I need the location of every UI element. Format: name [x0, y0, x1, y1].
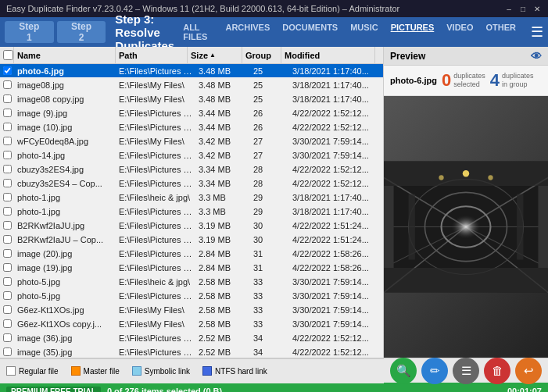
table-row[interactable]: photo-1.jpg E:\Files\heic & jpg\ 3.3 MB … — [0, 191, 383, 205]
undo-action-button[interactable]: ↩ — [515, 358, 542, 384]
row-checkbox[interactable] — [0, 151, 14, 159]
row-checkbox[interactable] — [0, 179, 14, 187]
table-row[interactable]: image08.jpg E:\Files\My Files\ 3.48 MB 2… — [0, 78, 383, 92]
list-action-button[interactable]: ☰ — [453, 358, 479, 384]
table-row[interactable]: image (36).jpg E:\Files\Pictures for tes… — [0, 331, 383, 345]
edit-action-button[interactable]: ✏ — [421, 358, 448, 384]
row-checkbox[interactable] — [0, 94, 14, 103]
tab-all-files[interactable]: ALL FILES — [177, 20, 218, 45]
table-row[interactable]: photo-5.jpg E:\Files\Pictures for test\ … — [0, 289, 383, 303]
row-size: 2.58 MB — [195, 291, 250, 301]
row-check-input[interactable] — [3, 165, 12, 173]
row-check-input[interactable] — [3, 263, 12, 272]
row-check-input[interactable] — [3, 137, 12, 145]
row-check-input[interactable] — [3, 221, 12, 230]
row-checkbox[interactable] — [0, 193, 14, 201]
table-row[interactable]: image (9).jpg E:\Files\Pictures for test… — [0, 106, 383, 120]
row-checkbox[interactable] — [0, 291, 14, 300]
table-row[interactable]: photo-14.jpg E:\Files\Pictures for test\… — [0, 148, 383, 162]
table-row[interactable]: cbuzy3s2ES4.jpg E:\Files\Pictures for te… — [0, 162, 383, 176]
table-row[interactable]: image (35).jpg E:\Files\Pictures for tes… — [0, 345, 383, 358]
search-action-button[interactable]: 🔍 — [390, 358, 417, 384]
file-table[interactable]: photo-6.jpg E:\Files\Pictures for test\ … — [0, 64, 383, 358]
row-check-input[interactable] — [3, 193, 12, 201]
table-row[interactable]: image08 copy.jpg E:\Files\My Files\ 3.48… — [0, 92, 383, 106]
row-modified: 3/30/2021 7:59:14... — [289, 291, 383, 301]
table-row[interactable]: photo-5.jpg E:\Files\heic & jpg\ 2.58 MB… — [0, 275, 383, 289]
tab-music[interactable]: MUSIC — [345, 20, 383, 45]
row-check-input[interactable] — [3, 249, 12, 258]
row-checkbox[interactable] — [0, 263, 14, 272]
table-row[interactable]: photo-6.jpg E:\Files\Pictures for test\ … — [0, 64, 383, 78]
step2-button[interactable]: Step 2 — [57, 21, 106, 43]
row-check-input[interactable] — [3, 235, 12, 244]
header-size[interactable]: Size ▲ — [188, 47, 242, 63]
header-checkbox[interactable] — [0, 47, 14, 63]
row-checkbox[interactable] — [0, 80, 14, 89]
row-check-input[interactable] — [3, 277, 12, 286]
select-all-checkbox[interactable] — [3, 50, 13, 60]
header-group[interactable]: Group — [242, 47, 281, 63]
table-row[interactable]: G6ez-Kt1XOs copy.j... E:\Files\My Files\… — [0, 317, 383, 331]
row-size: 2.52 MB — [195, 333, 250, 343]
row-check-input[interactable] — [3, 109, 12, 117]
tab-archives[interactable]: ARCHIVES — [220, 20, 275, 45]
table-row[interactable]: cbuzy3s2ES4 – Cop... E:\Files\Pictures f… — [0, 176, 383, 191]
row-check-input[interactable] — [3, 347, 12, 356]
row-checkbox[interactable] — [0, 319, 14, 328]
table-row[interactable]: image (19).jpg E:\Files\Pictures for tes… — [0, 261, 383, 275]
row-check-input[interactable] — [3, 123, 12, 131]
row-path: E:\Files\heic & jpg\ — [116, 193, 195, 202]
header-name[interactable]: Name — [14, 47, 116, 63]
row-check-input[interactable] — [3, 291, 12, 300]
row-checkbox[interactable] — [0, 333, 14, 342]
row-checkbox[interactable] — [0, 347, 14, 356]
status-selection: 0 of 276 items selected (0 B) — [107, 387, 222, 392]
table-row[interactable]: B2RKwf2IaJU – Cop... E:\Files\Pictures f… — [0, 233, 383, 247]
row-check-input[interactable] — [3, 305, 12, 314]
tab-documents[interactable]: DOCUMENTS — [277, 20, 343, 45]
minimize-button[interactable]: – — [504, 4, 514, 13]
row-checkbox[interactable] — [0, 249, 14, 258]
table-row[interactable]: B2RKwf2IaJU.jpg E:\Files\Pictures for te… — [0, 219, 383, 233]
row-check-input[interactable] — [3, 80, 12, 89]
preview-eye-icon[interactable]: 👁 — [531, 50, 542, 62]
row-checkbox[interactable] — [0, 221, 14, 230]
row-checkbox[interactable] — [0, 66, 14, 75]
row-checkbox[interactable] — [0, 235, 14, 244]
row-check-input[interactable] — [3, 207, 12, 216]
step1-button[interactable]: Step 1 — [5, 21, 54, 43]
row-check-input[interactable] — [3, 333, 12, 342]
table-row[interactable]: image (20).jpg E:\Files\Pictures for tes… — [0, 247, 383, 261]
table-row[interactable]: G6ez-Kt1XOs.jpg E:\Files\My Files\ 2.58 … — [0, 303, 383, 317]
maximize-button[interactable]: □ — [518, 4, 528, 13]
row-checkbox[interactable] — [0, 137, 14, 145]
row-checkbox[interactable] — [0, 277, 14, 286]
table-row[interactable]: image (10).jpg E:\Files\Pictures for tes… — [0, 120, 383, 134]
row-group: 31 — [250, 249, 289, 258]
tab-pictures[interactable]: PICTURES — [385, 20, 440, 45]
header-path[interactable]: Path — [116, 47, 188, 63]
row-check-input[interactable] — [3, 94, 12, 103]
row-check-input[interactable] — [3, 179, 12, 187]
row-check-input[interactable] — [3, 66, 12, 75]
header-modified[interactable]: Modified — [281, 47, 375, 63]
row-name: G6ez-Kt1XOs copy.j... — [14, 319, 116, 329]
table-row[interactable]: wFCyE0deq8A.jpg E:\Files\My Files\ 3.42 … — [0, 134, 383, 148]
row-check-input[interactable] — [3, 151, 12, 159]
row-checkbox[interactable] — [0, 305, 14, 314]
row-checkbox[interactable] — [0, 123, 14, 131]
row-checkbox[interactable] — [0, 165, 14, 173]
close-button[interactable]: ✕ — [532, 4, 542, 13]
tab-other[interactable]: OTHER — [481, 20, 522, 45]
row-modified: 4/22/2022 1:52:12... — [289, 109, 383, 118]
row-checkbox[interactable] — [0, 207, 14, 216]
hamburger-menu[interactable]: ☰ — [531, 23, 543, 41]
delete-action-button[interactable]: 🗑 — [484, 358, 510, 384]
table-row[interactable]: photo-1.jpg E:\Files\Pictures for test\ … — [0, 205, 383, 219]
row-modified: 3/18/2021 1:17:40... — [289, 66, 383, 76]
preview-label: Preview — [390, 51, 425, 62]
row-checkbox[interactable] — [0, 109, 14, 117]
row-check-input[interactable] — [3, 319, 12, 328]
tab-video[interactable]: VIDEO — [441, 20, 478, 45]
